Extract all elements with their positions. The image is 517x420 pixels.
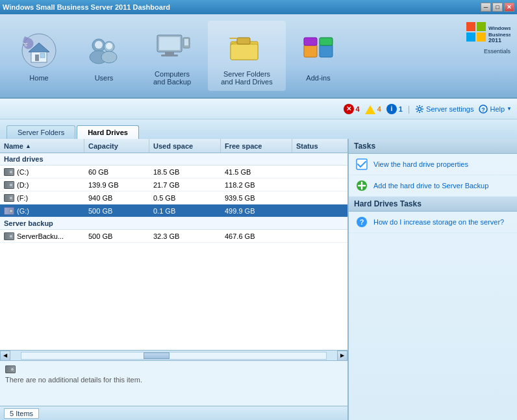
status-items-count: 5 Items <box>4 408 39 419</box>
col-capacity[interactable]: Capacity <box>84 139 149 153</box>
scroll-left-button[interactable]: ◀ <box>0 351 10 361</box>
nav-area: Home Users Computers and <box>0 14 517 99</box>
table-header: Name ▲ Capacity Used space Free space St… <box>0 139 347 153</box>
svg-rect-13 <box>165 52 174 55</box>
task-view-properties[interactable]: View the hard drive properties <box>349 154 517 175</box>
cell-name: (D:) <box>0 179 84 191</box>
svg-text:2011: 2011 <box>488 37 501 43</box>
detail-panel: There are no additional details for this… <box>0 360 347 406</box>
cell-capacity: 139.9 GB <box>84 179 149 191</box>
svg-rect-20 <box>229 38 237 39</box>
svg-rect-16 <box>184 39 188 45</box>
users-icon <box>83 30 125 71</box>
add-ins-label: Add-ins <box>306 74 330 82</box>
home-label: Home <box>29 74 48 82</box>
task-view-properties-label: View the hard drive properties <box>373 160 468 168</box>
group-server-backup: Server backup <box>0 217 347 230</box>
window-title: Windows Small Business Server 2011 Dashb… <box>3 3 170 11</box>
cell-status <box>292 204 347 217</box>
cell-used: 0.1 GB <box>149 204 221 217</box>
sort-indicator: ▲ <box>25 143 31 149</box>
svg-text:?: ? <box>482 106 486 113</box>
svg-rect-24 <box>320 38 333 45</box>
toolbar-sep1: | <box>408 105 410 114</box>
cell-name: (C:) <box>0 166 84 178</box>
svg-rect-22 <box>320 44 333 57</box>
server-settings-label: Server settings <box>426 105 473 113</box>
toolbar: ✕ 4 4 i 1 | Server settings ? Help ▼ <box>0 99 517 119</box>
brand-subtitle: Essentials <box>484 48 511 55</box>
table-row[interactable]: (G:) 500 GB 0.1 GB 499.9 GB <box>0 204 347 217</box>
scroll-track[interactable] <box>21 352 327 360</box>
table-body: Hard drives (C:) 60 GB 18.5 GB 41.5 GB (… <box>0 153 347 350</box>
status-bar: 5 Items <box>0 406 347 420</box>
minimize-button[interactable]: ─ <box>481 3 491 12</box>
cell-name: ServerBacku... <box>0 230 84 242</box>
sidebar-item-computers[interactable]: Computers and Backup <box>136 21 208 91</box>
col-free-space[interactable]: Free space <box>221 139 292 153</box>
svg-point-9 <box>95 41 103 49</box>
cell-name: (F:) <box>0 191 84 204</box>
scroll-area: ◀ ▶ <box>0 350 347 360</box>
cell-capacity: 940 GB <box>84 191 149 204</box>
sidebar-item-add-ins[interactable]: Add-ins <box>286 25 351 87</box>
title-bar: Windows Small Business Server 2011 Dashb… <box>0 0 517 14</box>
info-count: 1 <box>399 105 403 113</box>
cell-free: 467.6 GB <box>221 230 292 242</box>
check-icon <box>355 158 368 171</box>
right-panel: Tasks View the hard drive properties Add… <box>348 139 517 420</box>
hdd-icon <box>4 232 14 240</box>
cell-name: (G:) <box>0 204 84 217</box>
task-increase-storage[interactable]: ? How do I increase storage on the serve… <box>349 212 517 233</box>
server-folders-label: Server Folders and Hard Drives <box>221 70 272 86</box>
sidebar-item-home[interactable]: Home <box>6 25 71 87</box>
task-add-backup-label: Add the hard drive to Server Backup <box>373 182 488 190</box>
table-row[interactable]: (F:) 940 GB 0.5 GB 939.5 GB <box>0 191 347 204</box>
cell-capacity: 500 GB <box>84 204 149 217</box>
col-status[interactable]: Status <box>292 139 347 153</box>
svg-point-10 <box>106 43 112 49</box>
table-row[interactable]: ServerBacku... 500 GB 32.3 GB 467.6 GB <box>0 230 347 243</box>
svg-rect-25 <box>466 22 475 31</box>
table-row[interactable]: (C:) 60 GB 18.5 GB 41.5 GB <box>0 166 347 179</box>
tab-server-folders[interactable]: Server Folders <box>6 125 75 139</box>
maximize-button[interactable]: □ <box>492 3 503 12</box>
cell-free: 41.5 GB <box>221 166 292 178</box>
table-row[interactable]: (D:) 139.9 GB 21.7 GB 118.2 GB <box>0 179 347 191</box>
help-button[interactable]: ? Help ▼ <box>479 105 512 114</box>
info-status: i 1 <box>386 104 403 114</box>
cell-used: 18.5 GB <box>149 166 221 178</box>
warning-count: 4 <box>377 105 381 113</box>
cell-used: 32.3 GB <box>149 230 221 242</box>
tab-hard-drives[interactable]: Hard Drives <box>77 125 139 139</box>
svg-text:Windows Small: Windows Small <box>488 25 511 31</box>
help-icon: ? <box>479 105 488 114</box>
svg-rect-4 <box>40 53 45 58</box>
svg-text:?: ? <box>360 218 364 226</box>
home-icon <box>18 30 60 71</box>
cell-used: 21.7 GB <box>149 179 221 191</box>
scroll-thumb[interactable] <box>144 352 170 359</box>
sidebar-item-users[interactable]: Users <box>71 25 136 87</box>
svg-rect-18 <box>231 44 258 60</box>
col-used-space[interactable]: Used space <box>149 139 221 153</box>
warning-status: 4 <box>365 105 381 114</box>
scroll-right-button[interactable]: ▶ <box>337 351 347 361</box>
error-count: 4 <box>356 105 360 113</box>
svg-point-32 <box>418 107 422 110</box>
detail-message: There are no additional details for this… <box>5 376 342 384</box>
sidebar-item-server-folders[interactable]: Server Folders and Hard Drives <box>208 21 286 91</box>
svg-rect-19 <box>237 38 250 44</box>
cell-free: 499.9 GB <box>221 204 292 217</box>
gear-icon <box>415 105 424 114</box>
server-settings-button[interactable]: Server settings <box>415 105 473 114</box>
close-button[interactable]: ✕ <box>504 3 514 12</box>
svg-rect-12 <box>159 37 180 50</box>
help-dropdown-icon: ▼ <box>507 106 512 112</box>
task-add-backup[interactable]: Add the hard drive to Server Backup <box>349 175 517 197</box>
question-icon: ? <box>355 216 368 229</box>
col-name[interactable]: Name ▲ <box>0 139 84 153</box>
hdd-icon <box>4 181 14 189</box>
users-label: Users <box>95 74 114 82</box>
hdd-icon <box>4 194 14 202</box>
